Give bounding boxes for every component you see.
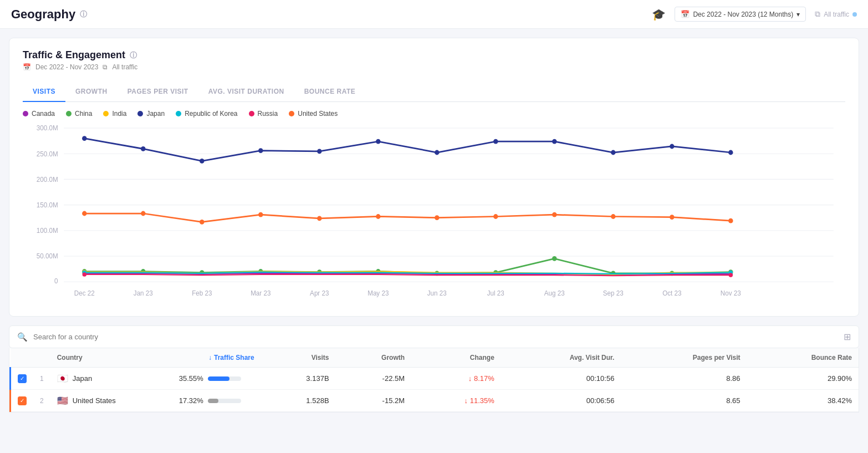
legend-india: India <box>103 110 126 118</box>
td-growth-1: -22.5M <box>336 368 412 390</box>
th-rank <box>33 348 50 368</box>
japan-dot <box>376 139 380 144</box>
tab-avg-visit[interactable]: AVG. VISIT DURATION <box>198 82 294 102</box>
us-dot <box>200 220 204 225</box>
th-visits[interactable]: Visits <box>261 348 336 368</box>
td-change-1: 8.17% <box>411 368 501 390</box>
td-bounce-1: 29.90% <box>747 368 859 390</box>
svg-text:Apr 23: Apr 23 <box>310 289 329 297</box>
td-bounce-2: 38.42% <box>747 390 859 412</box>
th-country: Country <box>50 348 172 368</box>
th-bounce[interactable]: Bounce Rate <box>747 348 859 368</box>
card-info-icon[interactable]: ⓘ <box>130 50 137 60</box>
traffic-share-pct-2: 17.32% <box>179 396 203 405</box>
td-avg-visit-2: 00:06:56 <box>501 390 621 412</box>
traffic-filter[interactable]: ⧉ All traffic <box>815 9 857 19</box>
data-table-wrapper: Country ↓ Traffic Share Visits Growth Ch… <box>9 348 859 413</box>
us-dot <box>611 214 615 219</box>
card-traffic-label: All traffic <box>112 63 137 71</box>
checkbox-2[interactable]: ✓ <box>18 396 27 405</box>
country-name-2: United States <box>73 396 116 405</box>
page-title: Geography ⓘ <box>11 7 87 22</box>
us-dot <box>376 214 380 219</box>
date-filter[interactable]: 📅 Dec 2022 - Nov 2023 (12 Months) ▾ <box>675 7 806 22</box>
th-checkbox <box>11 348 34 368</box>
subtitle-cal-icon: 📅 <box>23 63 31 71</box>
th-traffic-share[interactable]: ↓ Traffic Share <box>172 348 261 368</box>
legend-dot-canada <box>23 111 28 116</box>
svg-text:Dec 22: Dec 22 <box>74 289 95 297</box>
td-change-2: 11.35% <box>411 390 501 412</box>
japan-dot <box>670 144 674 149</box>
tab-visits[interactable]: VISITS <box>23 82 65 102</box>
chart-svg: 300.0M 250.0M 200.0M 150.0M 100.0M 50.00… <box>23 122 845 305</box>
title-info-icon[interactable]: ⓘ <box>80 9 87 19</box>
legend-us: United States <box>289 110 338 118</box>
tab-pages-per-visit[interactable]: PAGES PER VISIT <box>118 82 198 102</box>
table-row: ✓ 1 🇯🇵 Japan 35.55% <box>11 368 859 390</box>
legend-label-china: China <box>75 110 92 118</box>
flag-japan: 🇯🇵 <box>57 373 68 384</box>
svg-text:0: 0 <box>54 277 58 285</box>
tab-growth[interactable]: GROWTH <box>65 82 118 102</box>
chart-area: 300.0M 250.0M 200.0M 150.0M 100.0M 50.00… <box>23 122 845 305</box>
japan-dot <box>728 150 733 155</box>
legend-label-canada: Canada <box>32 110 55 118</box>
svg-text:Oct 23: Oct 23 <box>662 289 682 297</box>
japan-dot <box>141 146 145 151</box>
th-growth[interactable]: Growth <box>336 348 412 368</box>
japan-dot <box>200 159 204 164</box>
svg-text:May 23: May 23 <box>367 289 389 297</box>
th-traffic-share-label: Traffic Share <box>214 354 254 362</box>
traffic-bar-fill-2 <box>208 399 218 403</box>
td-checkbox-2[interactable]: ✓ <box>11 390 34 412</box>
japan-line <box>84 139 731 161</box>
title-text: Geography <box>11 7 75 22</box>
data-table: Country ↓ Traffic Share Visits Growth Ch… <box>9 348 859 412</box>
top-bar: Geography ⓘ 🎓 📅 Dec 2022 - Nov 2023 (12 … <box>0 0 868 29</box>
svg-text:Feb 23: Feb 23 <box>192 289 212 297</box>
legend-label-india: India <box>112 110 126 118</box>
card-date-range: Dec 2022 - Nov 2023 <box>35 63 98 71</box>
svg-text:Jan 23: Jan 23 <box>134 289 153 297</box>
russia-dot <box>729 273 733 277</box>
tabs: VISITS GROWTH PAGES PER VISIT AVG. VISIT… <box>23 82 845 102</box>
rank-1: 1 <box>40 375 44 383</box>
svg-text:Sep 23: Sep 23 <box>603 289 624 297</box>
th-change[interactable]: Change <box>411 348 501 368</box>
td-pages-visit-1: 8.86 <box>621 368 747 390</box>
td-traffic-share-1: 35.55% <box>172 368 261 390</box>
export-excel-icon[interactable]: ⊞ <box>844 332 851 342</box>
search-icon: 🔍 <box>17 332 28 342</box>
change-value-1: 8.17% <box>468 374 494 383</box>
th-avg-visit[interactable]: Avg. Visit Dur. <box>501 348 621 368</box>
search-input[interactable] <box>33 333 838 341</box>
legend-label-korea: Republic of Korea <box>185 110 237 118</box>
legend-dot-japan <box>137 111 143 116</box>
sort-arrow-icon: ↓ <box>208 354 212 362</box>
th-pages-visit[interactable]: Pages per Visit <box>621 348 747 368</box>
china-line <box>84 258 731 273</box>
td-checkbox-1[interactable]: ✓ <box>11 368 34 390</box>
td-visits-2: 1.528B <box>261 390 336 412</box>
traffic-label: All traffic <box>824 11 849 18</box>
chart-legend: Canada China India Japan Republic of Kor… <box>23 110 845 118</box>
russia-dot <box>83 272 86 277</box>
table-header-row: Country ↓ Traffic Share Visits Growth Ch… <box>11 348 859 368</box>
svg-text:Jul 23: Jul 23 <box>487 289 504 297</box>
svg-text:100.0M: 100.0M <box>37 227 58 235</box>
japan-dot <box>258 148 263 153</box>
china-dot <box>552 256 556 261</box>
calendar-icon: 📅 <box>681 10 690 18</box>
checkbox-1[interactable]: ✓ <box>18 374 27 383</box>
main-card: Traffic & Engagement ⓘ 📅 Dec 2022 - Nov … <box>9 38 859 317</box>
svg-text:Mar 23: Mar 23 <box>251 289 271 297</box>
legend-label-japan: Japan <box>146 110 165 118</box>
traffic-bar-fill-1 <box>208 376 229 381</box>
svg-text:Nov 23: Nov 23 <box>721 289 741 297</box>
us-dot <box>82 211 86 216</box>
graduation-icon[interactable]: 🎓 <box>652 8 666 21</box>
tab-bounce-rate[interactable]: BOUNCE RATE <box>294 82 366 102</box>
traffic-bar-bg-1 <box>208 376 241 381</box>
legend-korea: Republic of Korea <box>176 110 237 118</box>
